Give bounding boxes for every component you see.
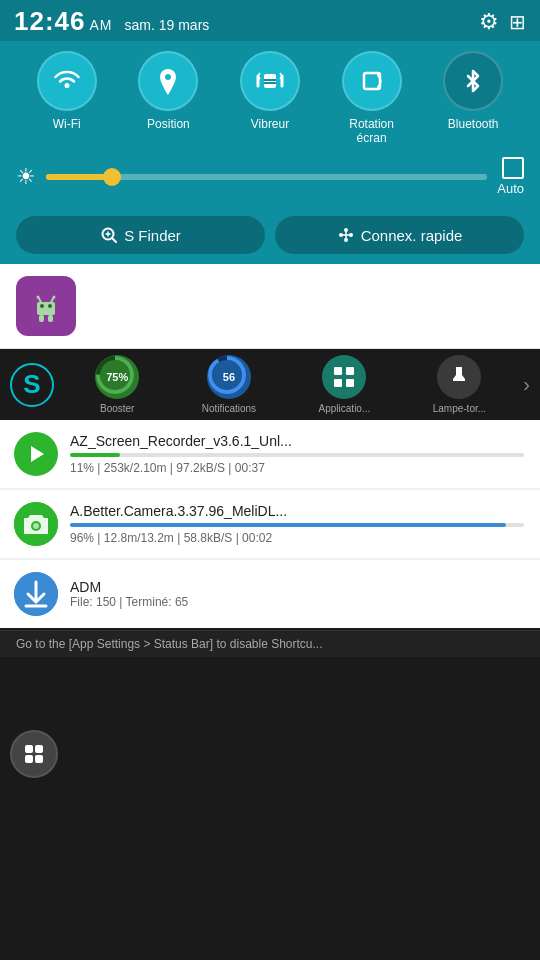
toggle-rotation-label: Rotationécran xyxy=(349,117,394,145)
sfinder-button[interactable]: S Finder xyxy=(16,216,265,254)
svg-rect-29 xyxy=(346,379,354,387)
bottom-bar-text: Go to the [App Settings > Status Bar] to… xyxy=(16,637,524,651)
lampe-label: Lampe-tor... xyxy=(433,403,486,414)
bottom-bar: Go to the [App Settings > Status Bar] to… xyxy=(0,630,540,657)
connex-rapide-button[interactable]: Connex. rapide xyxy=(275,216,524,254)
svg-point-17 xyxy=(37,296,40,299)
az-screen-progress-container xyxy=(70,453,524,457)
toolbar-logo[interactable]: S xyxy=(10,363,54,407)
az-screen-stats: 11% | 253k/2.10m | 97.2kB/S | 00:37 xyxy=(70,461,524,475)
toggle-wifi-label: Wi-Fi xyxy=(53,117,81,131)
adm-title: ADM xyxy=(70,579,524,595)
auto-container: Auto xyxy=(497,157,524,196)
adm-stats: File: 150 | Terminé: 65 xyxy=(70,595,524,609)
adm-icon xyxy=(14,572,58,616)
svg-point-33 xyxy=(33,523,39,529)
toggle-position-circle[interactable] xyxy=(138,51,198,111)
adm-content: ADM File: 150 | Terminé: 65 xyxy=(70,579,524,609)
svg-rect-27 xyxy=(346,367,354,375)
svg-point-19 xyxy=(53,296,56,299)
applications-label: Applicatio... xyxy=(319,403,371,414)
better-camera-progress-container xyxy=(70,523,524,527)
svg-point-14 xyxy=(40,304,44,308)
status-date: sam. 19 mars xyxy=(125,17,210,33)
status-time: 12:46 xyxy=(14,6,86,37)
badge-dot-3 xyxy=(25,755,33,763)
toolbar-items: 75% Booster 56 Notifications xyxy=(64,355,517,414)
notifications-value: 56 xyxy=(223,371,235,383)
az-screen-progress-bar xyxy=(70,453,120,457)
toggle-vibration-circle[interactable] xyxy=(240,51,300,111)
toggle-vibration-label: Vibreur xyxy=(251,117,289,131)
quick-toggles: Wi-Fi Position xyxy=(16,51,524,145)
toolbar-applications[interactable]: Applicatio... xyxy=(319,355,371,414)
grid-icon[interactable]: ⊞ xyxy=(509,10,526,34)
brightness-thumb[interactable] xyxy=(103,168,121,186)
app-icon xyxy=(16,276,76,336)
toggle-wifi-circle[interactable] xyxy=(37,51,97,111)
svg-rect-13 xyxy=(37,302,55,315)
download-item-az-screen[interactable]: AZ_Screen_Recorder_v3.6.1_Unl... 11% | 2… xyxy=(0,420,540,488)
svg-marker-30 xyxy=(31,446,44,462)
svg-point-15 xyxy=(48,304,52,308)
badge-grid xyxy=(25,745,43,763)
brightness-slider[interactable] xyxy=(46,174,487,180)
badge-dot-1 xyxy=(25,745,33,753)
toolbar-lampe[interactable]: Lampe-tor... xyxy=(433,355,486,414)
svg-rect-21 xyxy=(48,315,53,322)
better-camera-stats: 96% | 12.8m/13.2m | 58.8kB/S | 00:02 xyxy=(70,531,524,545)
toggle-position[interactable]: Position xyxy=(138,51,198,145)
svg-rect-28 xyxy=(334,379,342,387)
status-icons: ⚙ ⊞ xyxy=(479,9,526,35)
better-camera-icon xyxy=(14,502,58,546)
toolbar-notifications-circle: 56 xyxy=(207,355,251,399)
az-screen-icon xyxy=(14,432,58,476)
auto-checkbox[interactable] xyxy=(502,157,524,179)
sfinder-label: S Finder xyxy=(124,227,181,244)
better-camera-content: A.Better.Camera.3.37.96_MeliDL... 96% | … xyxy=(70,503,524,545)
quick-settings-panel: Wi-Fi Position xyxy=(0,41,540,206)
brightness-row: ☀ Auto xyxy=(16,157,524,196)
svg-line-5 xyxy=(112,238,116,242)
toolbar-applications-circle xyxy=(322,355,366,399)
toggle-position-label: Position xyxy=(147,117,190,131)
settings-icon[interactable]: ⚙ xyxy=(479,9,499,35)
booster-value: 75% xyxy=(106,371,128,383)
brightness-icon: ☀ xyxy=(16,164,36,190)
toolbar-lampe-circle xyxy=(437,355,481,399)
toggle-vibration[interactable]: Vibreur xyxy=(240,51,300,145)
toolbar-chevron-icon[interactable]: › xyxy=(523,373,530,396)
action-buttons-row: S Finder Connex. rapide xyxy=(0,206,540,264)
download-list: AZ_Screen_Recorder_v3.6.1_Unl... 11% | 2… xyxy=(0,420,540,628)
toolbar-logo-label: S xyxy=(23,369,40,400)
badge-dot-4 xyxy=(35,755,43,763)
status-ampm: AM xyxy=(90,17,113,33)
toolbar-booster-circle: 75% xyxy=(95,355,139,399)
connex-rapide-label: Connex. rapide xyxy=(361,227,463,244)
toggle-rotation-circle[interactable] xyxy=(342,51,402,111)
download-item-better-camera[interactable]: A.Better.Camera.3.37.96_MeliDL... 96% | … xyxy=(0,490,540,558)
toolbar-booster[interactable]: 75% Booster xyxy=(95,355,139,414)
toggle-bluetooth-circle[interactable] xyxy=(443,51,503,111)
status-bar: 12:46 AM sam. 19 mars ⚙ ⊞ xyxy=(0,0,540,41)
app-icon-notification[interactable] xyxy=(0,264,540,349)
toggle-rotation[interactable]: Rotationécran xyxy=(342,51,402,145)
better-camera-title: A.Better.Camera.3.37.96_MeliDL... xyxy=(70,503,524,519)
toggle-bluetooth-label: Bluetooth xyxy=(448,117,499,131)
notifications-label: Notifications xyxy=(202,403,256,414)
toggle-bluetooth[interactable]: Bluetooth xyxy=(443,51,503,145)
az-screen-content: AZ_Screen_Recorder_v3.6.1_Unl... 11% | 2… xyxy=(70,433,524,475)
toolbar-notifications[interactable]: 56 Notifications xyxy=(202,355,256,414)
booster-label: Booster xyxy=(100,403,134,414)
svg-rect-20 xyxy=(39,315,44,322)
download-item-adm[interactable]: ADM File: 150 | Terminé: 65 xyxy=(0,560,540,628)
better-camera-progress-bar xyxy=(70,523,506,527)
az-screen-title: AZ_Screen_Recorder_v3.6.1_Unl... xyxy=(70,433,524,449)
badge-dot-2 xyxy=(35,745,43,753)
auto-label: Auto xyxy=(497,181,524,196)
toolbar-strip: S 75% Booster 56 Notifications xyxy=(0,349,540,420)
toggle-wifi[interactable]: Wi-Fi xyxy=(37,51,97,145)
svg-rect-26 xyxy=(334,367,342,375)
floating-badge[interactable] xyxy=(10,730,58,778)
